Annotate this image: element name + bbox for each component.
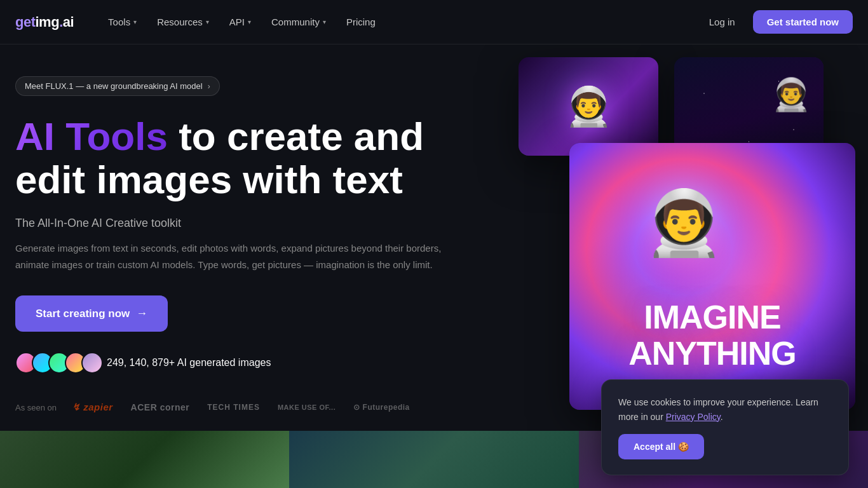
- nav-item-community[interactable]: Community ▾: [262, 11, 335, 32]
- chevron-down-icon: ▾: [133, 18, 137, 25]
- as-seen-label: As seen on: [15, 403, 57, 412]
- imagine-text: IMAGINE ANYTHING: [628, 299, 796, 372]
- main-image-bg: 👨‍🚀 IMAGINE ANYTHING: [569, 143, 855, 410]
- space-image: 👨‍🚀: [674, 57, 824, 178]
- makeuseof-logo: MAKE USE OF...: [278, 403, 336, 411]
- techtimes-logo: TECH TIMES: [207, 403, 260, 412]
- hero-left: Meet FLUX.1 — a new groundbreaking AI mo…: [0, 44, 483, 488]
- zapier-logo: ↯ zapier: [72, 402, 113, 413]
- hero-title-gradient: AI Tools: [15, 114, 168, 158]
- avatar-group: [15, 352, 98, 374]
- badge-text: Meet FLUX.1 — a new groundbreaking AI mo…: [25, 81, 203, 91]
- hero-section: Meet FLUX.1 — a new groundbreaking AI mo…: [0, 44, 868, 488]
- nav-item-tools[interactable]: Tools ▾: [99, 11, 146, 32]
- avatar: [81, 352, 103, 374]
- social-proof-text: 249, 140, 879+ AI generated images: [107, 357, 271, 369]
- privacy-policy-link[interactable]: Privacy Policy: [666, 412, 721, 422]
- nav-links: Tools ▾ Resources ▾ API ▾ Community ▾ Pr…: [99, 11, 702, 32]
- chevron-down-icon: ▾: [323, 18, 326, 25]
- chevron-down-icon: ▾: [248, 18, 251, 25]
- nav-item-resources[interactable]: Resources ▾: [148, 11, 218, 32]
- as-seen-on: As seen on ↯ zapier ACER corner TECH TIM…: [15, 402, 483, 413]
- glow-overlay: [569, 143, 855, 410]
- login-link[interactable]: Log in: [702, 11, 743, 32]
- hero-image-card-main: 👨‍🚀 IMAGINE ANYTHING: [569, 143, 855, 410]
- navbar: getimg.ai Tools ▾ Resources ▾ API ▾ Comm…: [0, 0, 868, 44]
- astronaut-nebula-image: [519, 57, 658, 156]
- logo[interactable]: getimg.ai: [15, 14, 74, 30]
- imagine-line1: IMAGINE: [628, 299, 796, 336]
- hero-title: AI Tools to create and edit images with …: [15, 115, 473, 201]
- imagine-line2: ANYTHING: [628, 336, 796, 372]
- get-started-button[interactable]: Get started now: [753, 10, 853, 34]
- acer-logo: ACER corner: [131, 402, 190, 412]
- arrow-right-icon: ›: [208, 82, 210, 91]
- cookie-text: We use cookies to improve your experienc…: [618, 395, 832, 424]
- hero-subtitle: The All-In-One AI Creative toolkit: [15, 217, 483, 230]
- hero-image-card-1: [519, 57, 658, 156]
- nav-item-api[interactable]: API ▾: [220, 11, 260, 32]
- nav-right: Log in Get started now: [702, 10, 853, 34]
- brand-logos: ↯ zapier ACER corner TECH TIMES MAKE USE…: [72, 402, 410, 413]
- stars-bg: [674, 57, 824, 178]
- cookie-banner: We use cookies to improve your experienc…: [601, 379, 849, 475]
- announcement-badge[interactable]: Meet FLUX.1 — a new groundbreaking AI mo…: [15, 76, 220, 96]
- hero-description: Generate images from text in seconds, ed…: [15, 240, 447, 273]
- nav-item-pricing[interactable]: Pricing: [337, 11, 384, 32]
- futurepedia-logo: ⊙ Futurepedia: [353, 403, 410, 412]
- chevron-down-icon: ▾: [206, 18, 209, 25]
- hero-image-card-2: 👨‍🚀: [674, 57, 824, 178]
- accept-cookies-button[interactable]: Accept all 🍪: [618, 434, 704, 459]
- cta-label: Start creating now: [36, 308, 130, 320]
- arrow-right-icon: →: [136, 307, 147, 320]
- astronaut-icon: 👨‍🚀: [771, 76, 811, 113]
- start-creating-button[interactable]: Start creating now →: [15, 295, 168, 332]
- logo-text: getimg.ai: [15, 14, 74, 30]
- astronaut-main-icon: 👨‍🚀: [644, 186, 724, 261]
- social-proof: 249, 140, 879+ AI generated images: [15, 352, 483, 374]
